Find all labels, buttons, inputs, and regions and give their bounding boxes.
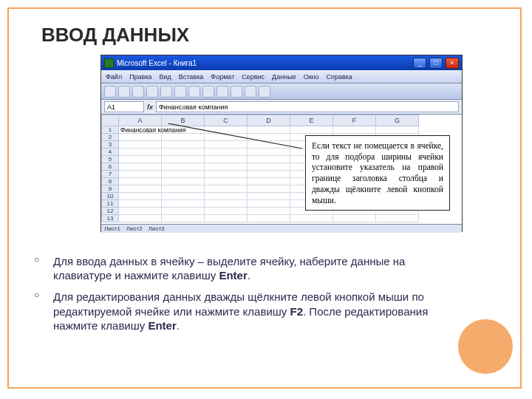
cell[interactable]: [205, 178, 248, 185]
cell[interactable]: [248, 178, 290, 185]
cell[interactable]: [162, 208, 205, 215]
col-header[interactable]: B: [162, 115, 205, 126]
cell[interactable]: [119, 141, 162, 149]
cell[interactable]: [205, 149, 248, 156]
cell[interactable]: [162, 200, 205, 208]
cell[interactable]: [248, 156, 290, 163]
cell[interactable]: [205, 171, 248, 178]
cell[interactable]: [248, 200, 290, 208]
cell[interactable]: [205, 208, 248, 215]
cell[interactable]: [205, 215, 248, 222]
cell-a1[interactable]: Финансовая компания: [119, 126, 162, 134]
row-header[interactable]: 6: [101, 163, 119, 171]
toolbar-button[interactable]: [160, 86, 172, 98]
sheet-tab[interactable]: Лист2: [126, 225, 143, 232]
cell[interactable]: [162, 185, 205, 193]
toolbar-button[interactable]: [132, 86, 144, 98]
row-header[interactable]: 9: [101, 185, 119, 193]
cell[interactable]: [248, 149, 290, 156]
row-header[interactable]: 4: [101, 149, 119, 156]
menu-item[interactable]: Вставка: [179, 73, 203, 81]
maximize-button[interactable]: □: [429, 58, 443, 69]
cell[interactable]: [333, 126, 376, 134]
cell[interactable]: [119, 200, 162, 208]
toolbar-button[interactable]: [202, 86, 214, 98]
menu-item[interactable]: Сервис: [242, 73, 265, 81]
menu-item[interactable]: Формат: [211, 73, 234, 81]
toolbar-button[interactable]: [118, 86, 130, 98]
cell[interactable]: [162, 178, 205, 185]
cell[interactable]: [162, 141, 205, 149]
cell[interactable]: [248, 141, 290, 149]
fx-icon[interactable]: fx: [147, 103, 153, 111]
col-header[interactable]: E: [290, 115, 333, 126]
cell[interactable]: [290, 126, 333, 134]
sheet-tab[interactable]: Лист3: [149, 225, 165, 232]
cell[interactable]: [119, 156, 162, 163]
menu-item[interactable]: Окно: [304, 73, 319, 81]
cell[interactable]: [162, 215, 205, 222]
col-header[interactable]: F: [333, 115, 376, 126]
row-header[interactable]: 5: [101, 156, 119, 163]
cell[interactable]: [248, 208, 290, 215]
menu-item[interactable]: Справка: [327, 73, 352, 81]
row-header[interactable]: 1: [101, 126, 119, 134]
menu-item[interactable]: Данные: [272, 73, 296, 81]
sheet-tab[interactable]: Лист1: [104, 225, 120, 232]
toolbar-button[interactable]: [231, 86, 242, 98]
cell[interactable]: [248, 171, 290, 178]
row-header[interactable]: 2: [101, 134, 119, 141]
row-header[interactable]: 11: [101, 200, 119, 208]
cell[interactable]: [119, 215, 162, 222]
select-all-corner[interactable]: [101, 115, 119, 126]
cell[interactable]: [205, 156, 248, 163]
row-header[interactable]: 7: [101, 171, 119, 178]
cell[interactable]: [248, 163, 290, 171]
name-box[interactable]: A1: [104, 101, 144, 112]
cell[interactable]: [205, 193, 248, 200]
menu-item[interactable]: Файл: [106, 73, 122, 81]
col-header[interactable]: D: [248, 115, 290, 126]
cell[interactable]: [205, 185, 248, 193]
cell[interactable]: [119, 149, 162, 156]
col-header[interactable]: A: [119, 115, 162, 126]
cell[interactable]: [248, 185, 290, 193]
cell[interactable]: [162, 171, 205, 178]
cell[interactable]: [119, 171, 162, 178]
minimize-button[interactable]: _: [413, 58, 426, 69]
cell[interactable]: [119, 163, 162, 171]
cell[interactable]: [248, 215, 290, 222]
row-header[interactable]: 10: [101, 193, 119, 200]
cell[interactable]: [248, 193, 290, 200]
row-header[interactable]: 8: [101, 178, 119, 185]
cell[interactable]: [205, 163, 248, 171]
toolbar-button[interactable]: [216, 86, 228, 98]
toolbar-button[interactable]: [259, 86, 270, 98]
cell[interactable]: [205, 200, 248, 208]
cell[interactable]: [376, 215, 419, 222]
cell[interactable]: [162, 156, 205, 163]
cell[interactable]: [119, 185, 162, 193]
close-button[interactable]: ×: [446, 58, 459, 69]
menu-item[interactable]: Вид: [160, 73, 171, 81]
cell[interactable]: [205, 126, 248, 134]
toolbar-button[interactable]: [188, 86, 200, 98]
cell[interactable]: [290, 215, 333, 222]
cell[interactable]: [248, 134, 290, 141]
cell[interactable]: [205, 134, 248, 141]
cell[interactable]: [119, 193, 162, 200]
cell[interactable]: [162, 149, 205, 156]
formula-input[interactable]: Финансовая компания: [156, 101, 459, 112]
toolbar-button[interactable]: [245, 86, 256, 98]
toolbar-button[interactable]: [104, 86, 116, 98]
col-header[interactable]: G: [376, 115, 419, 126]
cell[interactable]: [162, 134, 205, 141]
row-header[interactable]: 3: [101, 141, 119, 149]
menu-item[interactable]: Правка: [129, 73, 151, 81]
row-header[interactable]: 13: [101, 215, 119, 222]
cell[interactable]: [333, 215, 376, 222]
row-header[interactable]: 12: [101, 208, 119, 215]
toolbar-button[interactable]: [174, 86, 186, 98]
col-header[interactable]: C: [205, 115, 248, 126]
cell[interactable]: [376, 126, 419, 134]
